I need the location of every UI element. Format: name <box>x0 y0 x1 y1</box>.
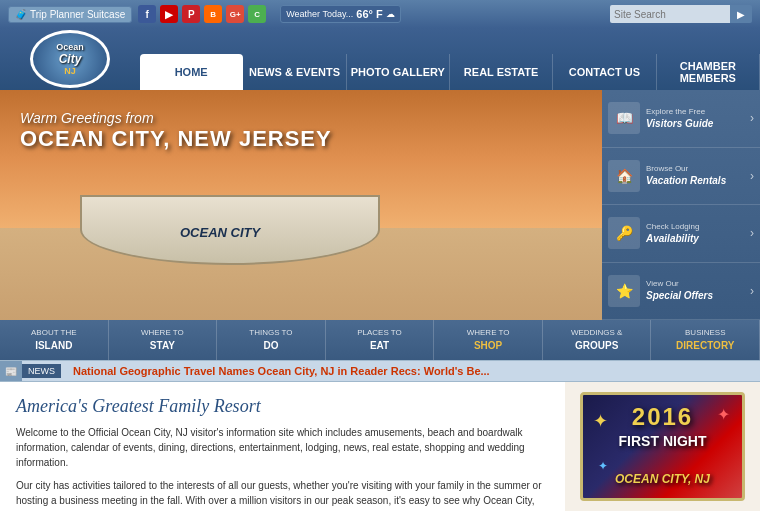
lodging-label2: Availability <box>646 232 699 245</box>
main-content: America's Greatest Family Resort Welcome… <box>0 382 760 511</box>
weather-day-label: Weather Today... <box>286 9 353 19</box>
news-ticker: 📰 NEWS National Geographic Travel Names … <box>0 360 760 382</box>
logo[interactable]: Ocean City NJ <box>30 30 110 88</box>
coupon-icon[interactable]: C <box>248 5 266 23</box>
promo-text2: OCEAN CITY, NJ <box>583 472 742 486</box>
trip-planner-button[interactable]: 🧳 Trip Planner Suitcase <box>8 6 132 23</box>
ticker-label: NEWS <box>22 364 61 378</box>
nav-contact[interactable]: CONTACT US <box>553 54 656 90</box>
boat-text: OCEAN CITY <box>180 225 260 240</box>
page-title: America's Greatest Family Resort <box>16 396 549 417</box>
google-icon[interactable]: G+ <box>226 5 244 23</box>
temperature-display: 66° F <box>356 8 382 20</box>
vacation-rentals-label2: Vacation Rentals <box>646 174 726 187</box>
vacation-rentals-label1: Browse Our <box>646 164 726 174</box>
nav-news-events[interactable]: NEWS & EVENTS <box>243 54 346 90</box>
suitcase-icon: 🧳 <box>15 9 27 20</box>
search-input[interactable] <box>610 5 730 23</box>
pinterest-icon[interactable]: P <box>182 5 200 23</box>
visitors-guide-label1: Explore the Free <box>646 107 713 117</box>
subnav-eat[interactable]: PLACES TO Eat <box>326 320 435 360</box>
nav-home[interactable]: HOME <box>140 54 243 90</box>
visitors-guide-arrow: › <box>750 111 754 125</box>
blog-icon[interactable]: B <box>204 5 222 23</box>
logo-area: Ocean City NJ <box>0 28 140 90</box>
lodging-icon: 🔑 <box>608 217 640 249</box>
greeting-city: OCEAN CITY, NEW JERSEY <box>20 126 332 152</box>
sidebar-lodging[interactable]: 🔑 Check Lodging Availability › <box>602 205 760 263</box>
firework-left: ✦ <box>593 410 608 432</box>
logo-city: City <box>59 52 82 66</box>
greeting-line1: Warm Greetings from <box>20 110 332 126</box>
vacation-rentals-icon: 🏠 <box>608 160 640 192</box>
visitors-guide-icon: 📖 <box>608 102 640 134</box>
ticker-icon: 📰 <box>0 360 22 382</box>
main-navigation: HOME NEWS & EVENTS PHOTO GALLERY REAL ES… <box>140 28 760 90</box>
body-paragraph: Our city has activities tailored to the … <box>16 478 549 511</box>
logo-nj: NJ <box>64 66 76 76</box>
facebook-icon[interactable]: f <box>138 5 156 23</box>
subnav-stay[interactable]: WHERE TO Stay <box>109 320 218 360</box>
lodging-label1: Check Lodging <box>646 222 699 232</box>
subnav-shop[interactable]: WHERE TO Shop <box>434 320 543 360</box>
weather-widget: Weather Today... 66° F ☁ <box>280 5 400 23</box>
vacation-rentals-arrow: › <box>750 169 754 183</box>
boat-illustration: OCEAN CITY <box>60 135 400 265</box>
sidebar-visitors-guide[interactable]: 📖 Explore the Free Visitors Guide › <box>602 90 760 148</box>
ticker-text: National Geographic Travel Names Ocean C… <box>65 365 498 377</box>
nav-chamber[interactable]: CHAMBER MEMBERS <box>657 54 760 90</box>
header: Ocean City NJ HOME NEWS & EVENTS PHOTO G… <box>0 28 760 90</box>
special-offers-label2: Special Offers <box>646 289 713 302</box>
search-button[interactable]: ▶ <box>730 5 752 23</box>
hero-area: OCEAN CITY Warm Greetings from OCEAN CIT… <box>0 90 760 320</box>
nav-real-estate[interactable]: REAL ESTATE <box>450 54 553 90</box>
hero-sidebar: 📖 Explore the Free Visitors Guide › 🏠 Br… <box>602 90 760 320</box>
firework-bottom-left: ✦ <box>598 459 608 473</box>
content-right: 2016 FIRST NIGHT OCEAN CITY, NJ ✦ ✦ ✦ <box>565 382 760 511</box>
hero-greeting: Warm Greetings from OCEAN CITY, NEW JERS… <box>20 110 332 152</box>
firework-right: ✦ <box>717 405 730 424</box>
subnav-do[interactable]: THINGS TO Do <box>217 320 326 360</box>
subnav-island[interactable]: ABOUT THE Island <box>0 320 109 360</box>
social-icons-group: f ▶ P B G+ C <box>138 5 266 23</box>
sub-navigation: ABOUT THE Island WHERE TO Stay THINGS TO… <box>0 320 760 360</box>
search-box: ▶ <box>610 5 752 23</box>
nav-photo-gallery[interactable]: PHOTO GALLERY <box>347 54 450 90</box>
hero-image: OCEAN CITY Warm Greetings from OCEAN CIT… <box>0 90 602 320</box>
special-offers-icon: ⭐ <box>608 275 640 307</box>
lodging-arrow: › <box>750 226 754 240</box>
youtube-icon[interactable]: ▶ <box>160 5 178 23</box>
logo-ocean: Ocean <box>56 42 84 52</box>
subnav-directory[interactable]: BUSINESS Directory <box>651 320 760 360</box>
sidebar-vacation-rentals[interactable]: 🏠 Browse Our Vacation Rentals › <box>602 148 760 206</box>
special-offers-label1: View Our <box>646 279 713 289</box>
content-left: America's Greatest Family Resort Welcome… <box>0 382 565 511</box>
special-offers-arrow: › <box>750 284 754 298</box>
promo-year: 2016 <box>632 403 693 431</box>
promo-text1: FIRST NIGHT <box>583 433 742 449</box>
sidebar-special-offers[interactable]: ⭐ View Our Special Offers › <box>602 263 760 321</box>
subnav-weddings[interactable]: WEDDINGS & Groups <box>543 320 652 360</box>
cloud-icon: ☁ <box>386 9 395 19</box>
intro-paragraph: Welcome to the Official Ocean City, NJ v… <box>16 425 549 470</box>
visitors-guide-label2: Visitors Guide <box>646 117 713 130</box>
promo-image[interactable]: 2016 FIRST NIGHT OCEAN CITY, NJ ✦ ✦ ✦ <box>580 392 745 501</box>
top-bar: 🧳 Trip Planner Suitcase f ▶ P B G+ C Wea… <box>0 0 760 28</box>
